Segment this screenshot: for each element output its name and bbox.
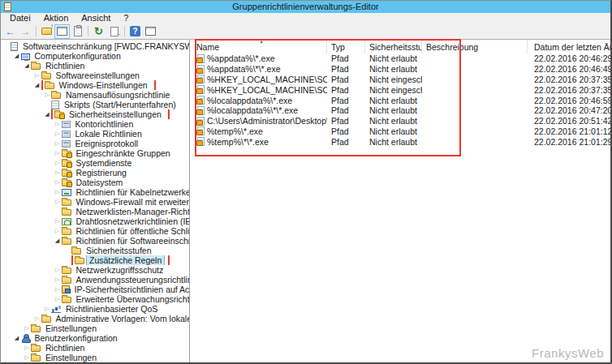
- tree-item[interactable]: Sicherheitsstufen: [1, 246, 189, 255]
- expander-closed-icon[interactable]: ▷: [33, 314, 41, 323]
- expander-closed-icon[interactable]: ▷: [54, 139, 62, 148]
- rule-row[interactable]: %appdata%\*\*.exePfadNicht erlaubt22.02.…: [192, 64, 610, 75]
- forward-button[interactable]: →: [18, 24, 33, 39]
- tree-item[interactable]: ▷Namensauflösungsrichtlinie: [1, 90, 189, 100]
- tree-item[interactable]: ▷Einstellungen: [1, 353, 189, 362]
- tree-item[interactable]: ▷Windows-Firewall mit erweiterter Sicher…: [1, 197, 189, 207]
- tree-item[interactable]: ◢Sicherheitseinstellungen: [1, 109, 189, 119]
- menu-item-help[interactable]: ?: [117, 13, 135, 24]
- folder-icon: [62, 199, 71, 206]
- tree-item[interactable]: ▷Softwareeinstellungen: [1, 71, 189, 80]
- expander-closed-icon[interactable]: ▷: [54, 119, 62, 129]
- expander-closed-icon[interactable]: ▷: [23, 343, 31, 353]
- expander-closed-icon[interactable]: ▷: [54, 187, 62, 197]
- menu-bar: DateiAktionAnsicht?: [1, 13, 610, 24]
- menu-item-ansicht[interactable]: Ansicht: [75, 13, 117, 24]
- column-header-datum-der-letzten-nderung[interactable]: Datum der letzten Änderung: [528, 40, 610, 54]
- new-window-button[interactable]: [143, 24, 158, 39]
- clipboard-button[interactable]: [70, 24, 85, 39]
- column-header-typ[interactable]: Typ: [327, 40, 365, 54]
- rule-row[interactable]: %HKEY_LOCAL_MACHINE\SOFTWARE\...PfadNich…: [192, 84, 610, 95]
- expander-closed-icon[interactable]: ▷: [43, 304, 51, 314]
- tree-item[interactable]: ▷Administrative Vorlagen: Vom lokalen Co…: [1, 314, 189, 323]
- expander-closed-icon[interactable]: ▷: [54, 129, 62, 139]
- rule-row[interactable]: %appdata%\*.exePfadNicht erlaubt22.02.20…: [192, 54, 610, 64]
- expander-closed-icon[interactable]: ▷: [54, 178, 62, 187]
- expander-closed-icon[interactable]: ▷: [23, 353, 31, 362]
- expander-closed-icon[interactable]: ▷: [54, 216, 62, 226]
- help-button[interactable]: ?: [127, 24, 143, 39]
- menu-item-aktion[interactable]: Aktion: [37, 13, 75, 24]
- tree-item[interactable]: ▷Richtlinien für Kabelnetzwerke (IEEE 80…: [1, 187, 189, 197]
- expander-closed-icon[interactable]: ▷: [54, 168, 62, 178]
- tree-item[interactable]: ▷Eingeschränkte Gruppen: [1, 148, 189, 158]
- tree-item[interactable]: ▷Richtlinienbasierter QoS: [1, 304, 189, 314]
- tree-item[interactable]: ◢Benutzerkonfiguration: [1, 333, 189, 343]
- expander-closed-icon[interactable]: ▷: [43, 90, 51, 100]
- expander-closed-icon[interactable]: ▷: [54, 197, 62, 207]
- tree-item[interactable]: Softwareeinschränkung [FWDC.FRANKYSWEB.L…: [1, 41, 189, 51]
- column-header-sicherheitsstufe[interactable]: Sicherheitsstufe: [365, 40, 422, 54]
- export-list-button[interactable]: [106, 24, 122, 39]
- tree-item-label: Windows-Firewall mit erweiterter Sicherh…: [74, 197, 190, 207]
- tree-item[interactable]: ▷Lokale Richtlinien: [1, 129, 189, 139]
- tree-item[interactable]: ▷Drahtlosnetzwerkrichtlinien (IEEE 802.1…: [1, 216, 189, 226]
- rule-type: Pfad: [327, 54, 365, 63]
- column-header-beschreibung[interactable]: Beschreibung: [422, 40, 528, 54]
- tree-item[interactable]: ▷Richtlinien für öffentliche Schlüssel: [1, 226, 189, 236]
- tree-item[interactable]: Zusätzliche Regeln: [1, 255, 189, 265]
- tree-item[interactable]: ▷Kontorichtlinien: [1, 119, 189, 129]
- tree-item[interactable]: ◢Windows-Einstellungen: [1, 80, 189, 90]
- expander-closed-icon[interactable]: ▷: [54, 275, 62, 285]
- expander-closed-icon[interactable]: ▷: [23, 323, 31, 333]
- expander-closed-icon[interactable]: ▷: [33, 71, 41, 80]
- expander-open-icon[interactable]: ◢: [13, 51, 21, 61]
- rule-type: Pfad: [327, 75, 365, 84]
- folder-lock-icon: [62, 170, 71, 177]
- rule-modified-date: 22.02.2016 20:46:29: [528, 54, 610, 63]
- tree-item[interactable]: ▷Ereignisprotokoll: [1, 139, 189, 148]
- back-button[interactable]: ←: [2, 24, 18, 39]
- rule-row[interactable]: %localappdata%\*.exePfadNicht erlaubt22.…: [192, 95, 610, 105]
- show-console-tree-button[interactable]: [54, 24, 70, 39]
- tree-item[interactable]: ▷Netzwerkzugriffsschutz: [1, 265, 189, 275]
- tree-item[interactable]: ▷Registrierung: [1, 168, 189, 178]
- tree-item[interactable]: ▷Einstellungen: [1, 323, 189, 333]
- rule-row[interactable]: %localappdata%\*\*.exePfadNicht erlaubt2…: [192, 105, 610, 116]
- folder-icon: [41, 316, 51, 323]
- column-header-name[interactable]: ▲Name: [192, 40, 327, 54]
- tree-item[interactable]: ▷Erweiterte Überwachungsrichtlinienkonfi…: [1, 294, 189, 304]
- rule-row[interactable]: %temp%\*.exePfadNicht erlaubt22.02.2016 …: [192, 126, 610, 137]
- tree-item[interactable]: ◢Computerkonfiguration: [1, 51, 189, 61]
- expander-open-icon[interactable]: ◢: [23, 61, 31, 71]
- tree-item[interactable]: ▷Anwendungssteuerungsrichtlinien: [1, 275, 189, 285]
- tree-item[interactable]: Skripts (Start/Herunterfahren): [1, 100, 189, 109]
- tree-item[interactable]: ▷Richtlinien: [1, 343, 189, 353]
- expander-open-icon[interactable]: ◢: [33, 80, 41, 90]
- expander-closed-icon[interactable]: ▷: [54, 158, 62, 168]
- up-one-level-button[interactable]: [39, 24, 54, 39]
- tree-item[interactable]: Netzwerklisten-Manager-Richtlinien: [1, 207, 189, 216]
- rule-name: %HKEY_LOCAL_MACHINE\SOFTWARE\...: [207, 85, 327, 95]
- rule-row[interactable]: %HKEY_LOCAL_MACHINE\SOFTWARE\...PfadNich…: [192, 75, 610, 85]
- tree-item[interactable]: ▷IP-Sicherheitsrichtlinien auf Active Di…: [1, 285, 189, 294]
- tree-item[interactable]: ◢Richtlinien: [1, 61, 189, 71]
- rule-row[interactable]: %temp%\*\*.exePfadNicht erlaubt22.02.201…: [192, 136, 610, 147]
- expander-closed-icon[interactable]: ▷: [54, 265, 62, 275]
- expander-open-icon[interactable]: ◢: [13, 333, 21, 343]
- expander-closed-icon[interactable]: ▷: [54, 285, 62, 294]
- expander-closed-icon[interactable]: ▷: [54, 294, 62, 304]
- tree-item[interactable]: ◢Richtlinien für Softwareeinschränkung: [1, 236, 189, 246]
- expander-closed-icon[interactable]: ▷: [54, 226, 62, 236]
- rule-row[interactable]: C:\Users\Administrator\Desktop\admint...…: [192, 116, 610, 126]
- tree-item-label: Richtlinien für Softwareeinschränkung: [74, 236, 190, 246]
- tree-item[interactable]: ▷Dateisystem: [1, 178, 189, 187]
- tree-item[interactable]: ▷Systemdienste: [1, 158, 189, 168]
- expander-open-icon[interactable]: ◢: [54, 236, 62, 246]
- tree-item-label: Zusätzliche Regeln: [87, 255, 164, 265]
- expander-closed-icon[interactable]: ▷: [54, 148, 62, 158]
- expander-open-icon[interactable]: ◢: [43, 109, 51, 119]
- tree-item-label: IP-Sicherheitsrichtlinien auf Active Dir…: [72, 285, 190, 294]
- menu-item-datei[interactable]: Datei: [3, 13, 37, 24]
- refresh-button[interactable]: ↻: [91, 24, 106, 39]
